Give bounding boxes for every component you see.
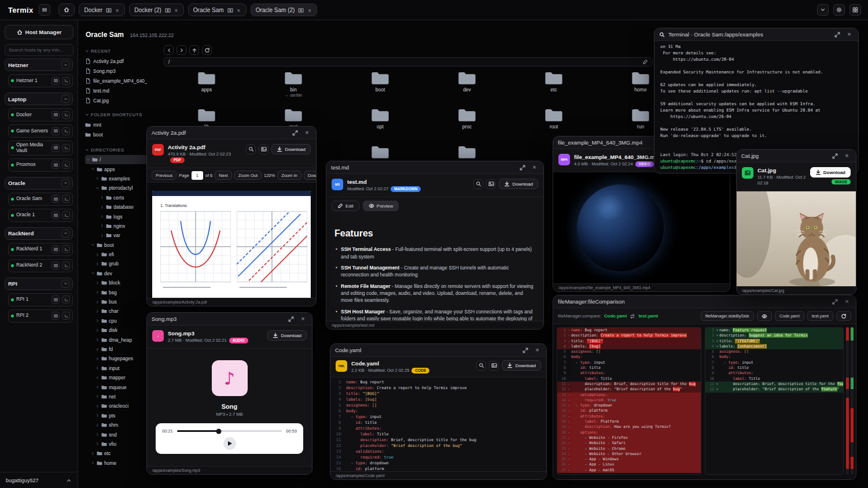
tree-item-hugepages[interactable]: hugepages — [85, 354, 147, 363]
zoom-out-button[interactable]: Zoom Out — [234, 171, 262, 180]
tab-docker[interactable]: Docker× — [79, 3, 125, 16]
host-item-hetzner-1[interactable]: Hetzner 1 — [8, 74, 73, 87]
tree-item-mqueue[interactable]: mqueue — [85, 382, 147, 391]
edit-button[interactable]: Edit — [332, 201, 359, 211]
window-titlebar[interactable]: Song.mp3 × — [147, 313, 312, 326]
terminal-icon[interactable] — [62, 245, 70, 253]
expand-icon[interactable] — [518, 163, 527, 172]
refresh-icon[interactable] — [836, 311, 851, 321]
window-titlebar[interactable]: Terminal · Oracle Sam:/apps/examples × — [654, 28, 858, 41]
diff-left-pane[interactable]: 1-name: Bug report2-description: Create … — [557, 327, 701, 475]
left-file-button[interactable]: Code.yaml — [775, 311, 804, 321]
close-icon[interactable]: × — [115, 8, 120, 13]
group-header-rpi[interactable]: RPI — [5, 278, 73, 290]
folder-proc[interactable]: proc — [424, 108, 510, 135]
window-titlebar[interactable]: Cat.jpg × — [737, 150, 856, 162]
tree-item-snd[interactable]: snd — [85, 430, 147, 439]
group-header-racknerd[interactable]: RackNerd — [5, 227, 73, 240]
recent-file-file-example-mp4-640-3mg[interactable]: file_example_MP4_640_3MG... — [85, 76, 147, 86]
terminal-icon[interactable] — [62, 144, 70, 152]
tab-oracle-sam[interactable]: Oracle Sam× — [188, 3, 247, 16]
split-view-icon[interactable] — [52, 245, 60, 253]
edit-path-icon[interactable] — [642, 59, 648, 65]
tree-item-item[interactable]: / — [85, 155, 147, 164]
terminal-icon[interactable] — [62, 161, 70, 169]
download-button[interactable]: Download — [499, 179, 538, 189]
host-item-open-media-vault[interactable]: Open Media Vault — [8, 141, 73, 156]
pdf-canvas[interactable]: 1. Translations: — [147, 183, 316, 298]
tree-item-etc[interactable]: etc — [85, 449, 147, 458]
download-button[interactable]: Download — [502, 360, 541, 371]
diff-right-pane[interactable]: 1+name: Feature request2+description: Su… — [705, 327, 844, 475]
folder-opt[interactable]: opt — [337, 108, 424, 135]
video-frame[interactable] — [553, 172, 730, 283]
tab-docker-2[interactable]: Docker (2)× — [129, 3, 184, 16]
expand-icon[interactable] — [833, 30, 841, 39]
terminal-icon[interactable] — [62, 261, 70, 269]
tree-item-net[interactable]: net — [85, 392, 147, 401]
split-view-icon[interactable] — [52, 144, 60, 152]
expand-icon[interactable] — [830, 297, 839, 306]
terminal-icon[interactable] — [62, 295, 70, 304]
tree-item-input[interactable]: input — [85, 364, 147, 373]
folder-root[interactable]: root — [510, 108, 597, 135]
recent-file-cat-jpg[interactable]: Cat.jpg — [85, 95, 147, 105]
shortcut-mnt[interactable]: mnt — [85, 120, 147, 130]
terminal-icon[interactable] — [62, 111, 70, 119]
chevron-up-icon[interactable] — [66, 478, 72, 483]
slider-thumb[interactable] — [216, 428, 222, 434]
tree-item-vfio[interactable]: vfio — [85, 439, 147, 449]
close-icon[interactable]: × — [236, 8, 241, 13]
host-item-oracle-sam[interactable]: Oracle Sam — [8, 193, 73, 206]
side-by-side-button[interactable]: fileManager.sideBySide — [701, 311, 754, 321]
right-file-link[interactable]: test.yaml — [638, 313, 658, 319]
host-item-docker[interactable]: Docker — [8, 108, 73, 121]
directories-section-header[interactable]: DIRECTORIES — [85, 147, 147, 153]
terminal-icon[interactable] — [62, 312, 70, 320]
shortcut-boot[interactable]: boot — [85, 130, 147, 139]
tree-item-dev[interactable]: dev — [85, 269, 147, 278]
left-file-link[interactable]: Code.yaml — [604, 313, 627, 319]
split-view-icon[interactable] — [52, 261, 60, 269]
chevron-down-icon[interactable] — [817, 4, 829, 16]
terminal-icon[interactable] — [62, 211, 70, 219]
close-icon[interactable]: × — [303, 128, 311, 137]
close-icon[interactable]: × — [843, 151, 851, 160]
markdown-preview[interactable]: Features SSH Terminal Access - Full-feat… — [326, 215, 543, 321]
chevron-down-icon[interactable] — [61, 95, 69, 103]
play-button[interactable] — [223, 437, 236, 450]
close-icon[interactable]: × — [533, 346, 542, 354]
tree-item-disk[interactable]: disk — [85, 326, 147, 335]
expand-icon[interactable] — [286, 315, 295, 323]
eye-icon[interactable] — [757, 311, 772, 321]
download-button[interactable]: Download — [810, 167, 851, 178]
tree-item-mapper[interactable]: mapper — [85, 373, 147, 382]
search-icon[interactable] — [473, 179, 483, 189]
host-manager-button[interactable]: Host Manager — [5, 25, 73, 39]
terminal-icon[interactable] — [62, 77, 70, 85]
settings-gear-icon[interactable] — [833, 4, 845, 16]
tab-oracle-sam-2[interactable]: Oracle Sam (2)× — [251, 3, 318, 16]
tree-item-shm[interactable]: shm — [85, 420, 147, 430]
split-view-icon[interactable] — [106, 8, 111, 13]
split-view-icon[interactable] — [52, 77, 60, 85]
download-button[interactable]: Download — [267, 330, 307, 341]
tree-item-bus[interactable]: bus — [85, 297, 147, 306]
terminal-icon[interactable] — [62, 127, 70, 135]
tree-item-fd[interactable]: fd — [85, 345, 147, 354]
tree-item-dma-heap[interactable]: dma_heap — [85, 335, 147, 344]
window-titlebar[interactable]: test.md × — [326, 161, 543, 174]
path-bar[interactable]: / — [164, 57, 653, 66]
recent-section-header[interactable]: RECENT — [85, 49, 147, 54]
picture-icon[interactable] — [259, 145, 269, 154]
expand-icon[interactable] — [830, 151, 839, 160]
refresh-icon[interactable] — [202, 45, 212, 55]
download-button[interactable]: Download — [271, 144, 311, 154]
folder-etc[interactable]: etc — [510, 71, 597, 98]
window-titlebar[interactable]: fileManager:fileComparison × — [553, 295, 856, 308]
split-view-icon[interactable] — [52, 111, 60, 119]
search-icon[interactable] — [246, 145, 256, 154]
folder-boot[interactable]: boot — [337, 71, 424, 98]
host-item-oracle-1[interactable]: Oracle 1 — [8, 209, 73, 222]
tree-item-home[interactable]: home — [85, 459, 147, 468]
